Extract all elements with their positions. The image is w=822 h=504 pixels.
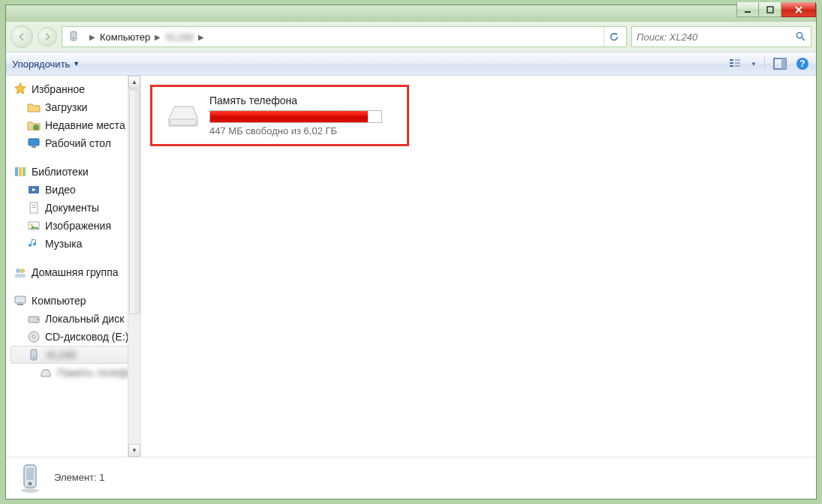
body: Избранное Загрузки Недавние места Рабочи… bbox=[6, 76, 816, 457]
svg-point-27 bbox=[16, 268, 20, 273]
scroll-up-button[interactable]: ▲ bbox=[128, 76, 140, 88]
svg-text:?: ? bbox=[799, 58, 805, 69]
drive-icon bbox=[163, 100, 200, 130]
svg-rect-6 bbox=[730, 62, 733, 64]
svg-point-28 bbox=[20, 268, 25, 273]
sidebar-item-label: CD-дисковод (E:) bbox=[45, 331, 128, 343]
documents-icon bbox=[27, 201, 41, 214]
help-button[interactable]: ? bbox=[795, 56, 810, 71]
sidebar-item-computer[interactable]: Компьютер bbox=[11, 292, 128, 310]
window-controls bbox=[736, 2, 816, 17]
svg-rect-19 bbox=[19, 167, 22, 176]
svg-point-33 bbox=[37, 319, 38, 320]
svg-rect-20 bbox=[23, 167, 26, 176]
titlebar[interactable] bbox=[6, 5, 816, 22]
libraries-icon bbox=[14, 165, 27, 178]
sidebar-item-label-blurred: Память телефо bbox=[57, 367, 128, 379]
chevron-right-icon: ▶ bbox=[194, 33, 209, 41]
drive-item[interactable]: Память телефона 447 МБ свободно из 6,02 … bbox=[150, 85, 409, 146]
sidebar-item-label: Недавние места bbox=[45, 119, 125, 131]
sidebar-item-phone-memory[interactable]: Память телефо bbox=[11, 364, 128, 382]
folder-icon bbox=[27, 100, 41, 114]
close-button[interactable] bbox=[781, 2, 816, 17]
search-icon bbox=[795, 31, 806, 43]
chevron-down-icon[interactable]: ▼ bbox=[751, 61, 757, 68]
organize-label: Упорядочить bbox=[12, 58, 70, 70]
sidebar-item-downloads[interactable]: Загрузки bbox=[11, 98, 128, 116]
organize-menu[interactable]: Упорядочить ▼ bbox=[12, 58, 80, 70]
svg-rect-12 bbox=[781, 58, 786, 69]
svg-rect-7 bbox=[730, 65, 733, 67]
sidebar-item-recent[interactable]: Недавние места bbox=[11, 116, 128, 134]
svg-rect-30 bbox=[15, 296, 26, 303]
disk-icon bbox=[27, 312, 41, 326]
chevron-down-icon: ▼ bbox=[73, 60, 80, 68]
chevron-right-icon: ▶ bbox=[85, 33, 100, 41]
preview-pane-button[interactable] bbox=[772, 56, 787, 71]
desktop-icon bbox=[27, 136, 41, 150]
breadcrumb[interactable]: ▶ Компьютер ▶ XL240 ▶ bbox=[62, 26, 627, 47]
star-icon bbox=[14, 82, 27, 96]
pictures-icon bbox=[27, 219, 41, 232]
svg-point-43 bbox=[21, 488, 39, 493]
computer-icon bbox=[14, 294, 27, 308]
svg-rect-16 bbox=[29, 139, 39, 146]
minimize-button[interactable] bbox=[736, 2, 759, 17]
drive-title: Память телефона bbox=[209, 94, 396, 106]
sidebar-item-video[interactable]: Видео bbox=[11, 181, 128, 199]
sidebar-item-label: Библиотеки bbox=[32, 166, 89, 178]
chevron-right-icon: ▶ bbox=[150, 33, 165, 41]
search-input[interactable] bbox=[631, 26, 811, 47]
sidebar-item-homegroup[interactable]: Домашняя группа bbox=[11, 263, 128, 281]
search-field[interactable] bbox=[637, 32, 795, 43]
svg-rect-9 bbox=[735, 62, 740, 64]
back-button[interactable] bbox=[11, 26, 33, 48]
svg-rect-29 bbox=[15, 274, 26, 278]
svg-point-15 bbox=[33, 124, 39, 130]
sidebar-item-desktop[interactable]: Рабочий стол bbox=[11, 134, 128, 152]
refresh-button[interactable] bbox=[604, 27, 623, 46]
view-options-button[interactable] bbox=[728, 56, 743, 71]
breadcrumb-computer[interactable]: Компьютер bbox=[100, 32, 150, 43]
sidebar-item-label: Локальный диск bbox=[45, 313, 124, 325]
svg-rect-10 bbox=[735, 65, 740, 67]
separator bbox=[764, 56, 765, 71]
sidebar-item-local-disk[interactable]: Локальный диск bbox=[11, 310, 128, 328]
forward-button[interactable] bbox=[38, 27, 57, 46]
sidebar-item-label: Видео bbox=[45, 184, 76, 196]
content-area[interactable]: Память телефона 447 МБ свободно из 6,02 … bbox=[141, 76, 816, 457]
cd-icon bbox=[27, 330, 41, 344]
svg-rect-18 bbox=[15, 167, 18, 176]
sidebar-item-label: Изображения bbox=[45, 220, 111, 232]
sidebar-item-label: Компьютер bbox=[32, 295, 86, 307]
music-icon bbox=[27, 237, 41, 250]
sidebar-item-device-selected[interactable]: XL240 bbox=[11, 346, 128, 364]
svg-rect-8 bbox=[735, 59, 740, 61]
svg-rect-17 bbox=[32, 146, 36, 148]
scroll-down-button[interactable]: ▼ bbox=[128, 444, 140, 457]
svg-rect-0 bbox=[745, 11, 751, 13]
sidebar-item-favorites[interactable]: Избранное bbox=[11, 80, 128, 98]
scroll-thumb[interactable] bbox=[129, 89, 140, 314]
explorer-window: ▶ Компьютер ▶ XL240 ▶ Упорядочить ▼ ▼ ? bbox=[5, 4, 817, 500]
sidebar-item-cd-drive[interactable]: CD-дисковод (E:) bbox=[11, 328, 128, 346]
status-bar: Элемент: 1 bbox=[6, 457, 816, 497]
maximize-button[interactable] bbox=[759, 2, 781, 17]
svg-rect-31 bbox=[17, 304, 23, 305]
sidebar-item-label: Домашняя группа bbox=[32, 266, 119, 278]
device-icon bbox=[68, 30, 82, 44]
sidebar-item-label: Избранное bbox=[32, 83, 85, 95]
sidebar-item-pictures[interactable]: Изображения bbox=[11, 217, 128, 235]
address-row: ▶ Компьютер ▶ XL240 ▶ bbox=[6, 22, 816, 52]
sidebar-item-documents[interactable]: Документы bbox=[11, 199, 128, 217]
scrollbar[interactable]: ▲ ▼ bbox=[128, 76, 140, 457]
drive-usage-bar bbox=[209, 110, 382, 123]
breadcrumb-device-blurred[interactable]: XL240 bbox=[165, 32, 194, 43]
svg-rect-39 bbox=[170, 119, 196, 125]
navigation-pane: Избранное Загрузки Недавние места Рабочи… bbox=[6, 76, 141, 457]
svg-rect-1 bbox=[767, 7, 773, 13]
sidebar-item-libraries[interactable]: Библиотеки bbox=[11, 163, 128, 181]
svg-rect-41 bbox=[26, 468, 34, 480]
sidebar-item-music[interactable]: Музыка bbox=[11, 235, 128, 253]
device-large-icon bbox=[15, 462, 47, 494]
